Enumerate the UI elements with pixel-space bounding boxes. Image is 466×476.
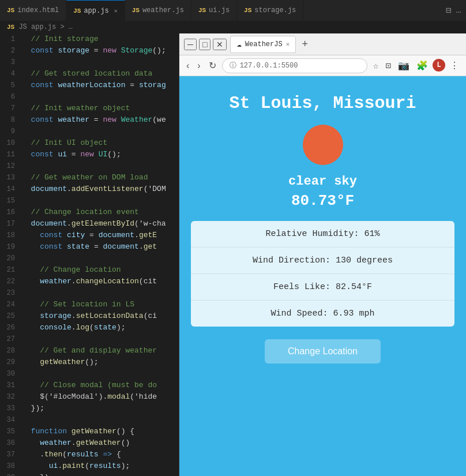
js-icon: JS [73, 8, 81, 14]
weather-sun-icon [303, 125, 343, 165]
avatar-letter: L [437, 61, 441, 69]
js-icon-breadcrumb: JS [7, 24, 14, 31]
cast-icon[interactable]: ⊡ [383, 59, 393, 73]
code-editor[interactable]: 1 // Init storage 2 const storage = new … [0, 33, 179, 476]
browser-window: ─ □ ✕ ☁ WeatherJS ✕ + ‹ › ↻ ⓘ 127.0.0.1:… [179, 33, 466, 476]
maximize-button[interactable]: □ [199, 39, 211, 50]
breadcrumb: JS JS app.js > … [0, 21, 466, 33]
code-line-15: 15 [0, 195, 179, 207]
screenshot-icon[interactable]: 📷 [396, 59, 412, 73]
code-line-28: 28 // Get and display weather [0, 345, 179, 357]
tab-ui-label: ui.js [209, 6, 230, 14]
lock-icon: ⓘ [230, 61, 236, 70]
browser-window-controls: ─ □ ✕ [184, 39, 227, 50]
code-line-18: 18 const city = document.getE [0, 230, 179, 241]
tab-bar: JS index.html JS app.js ✕ JS weather.js … [0, 0, 466, 21]
humidity-row: Relative Humidity: 61% [191, 221, 454, 248]
code-line-25: 25 storage.setLocationData(ci [0, 310, 179, 322]
tab-weather[interactable]: JS weather.js [125, 0, 191, 21]
tab-ui[interactable]: JS ui.js [191, 0, 237, 21]
js-icon: JS [244, 7, 251, 14]
code-line-14: 14 document.addEventListener('DOM [0, 183, 179, 195]
code-line-7: 7 // Init weather object [0, 103, 179, 114]
browser-tab-close-icon[interactable]: ✕ [286, 40, 290, 48]
tab-bar-end: ⊟ … [446, 5, 466, 16]
code-line-33: 33 }); [0, 403, 179, 414]
tab-app[interactable]: JS app.js ✕ [66, 0, 125, 21]
js-icon: JS [198, 7, 206, 14]
code-line-12: 12 [0, 160, 179, 172]
code-line-17: 17 document.getElementById('w-cha [0, 218, 179, 230]
code-line-23: 23 [0, 287, 179, 299]
new-tab-button[interactable]: + [299, 39, 310, 50]
code-line-21: 21 // Change location [0, 264, 179, 276]
code-line-22: 22 weather.changeLocation(cit [0, 276, 179, 287]
code-line-24: 24 // Set location in LS [0, 299, 179, 310]
weather-app: St Louis, Missouri clear sky 80.73°F Rel… [179, 76, 466, 476]
code-line-26: 26 console.log(state); [0, 322, 179, 333]
code-line-2: 2 const storage = new Storage(); [0, 45, 179, 57]
forward-button[interactable]: › [195, 59, 202, 72]
tab-storage[interactable]: JS storage.js [237, 0, 303, 21]
browser-tab[interactable]: ☁ WeatherJS ✕ [230, 36, 296, 53]
bookmark-icon[interactable]: ☆ [371, 59, 381, 73]
code-line-1: 1 // Init storage [0, 33, 179, 45]
tab-index-label: index.html [17, 6, 59, 14]
code-line-39: 39 }) [0, 472, 179, 476]
code-line-27: 27 [0, 333, 179, 345]
code-line-16: 16 // Change location event [0, 207, 179, 218]
code-line-19: 19 const state = document.get [0, 241, 179, 253]
browser-tab-area: ☁ WeatherJS ✕ + [230, 36, 461, 53]
browser-tab-title: WeatherJS [245, 40, 283, 48]
code-line-31: 31 // Close modal (must be do [0, 380, 179, 391]
feels-like-row: Feels Like: 82.54°F [191, 274, 454, 301]
wind-direction-row: Wind Direction: 130 degrees [191, 248, 454, 274]
code-line-34: 34 [0, 414, 179, 426]
code-line-11: 11 const ui = new UI(); [0, 149, 179, 160]
menu-icon[interactable]: ⋮ [448, 59, 461, 73]
change-location-button[interactable]: Change Location [265, 339, 381, 363]
weather-details-panel: Relative Humidity: 61% Wind Direction: 1… [191, 221, 454, 327]
code-line-13: 13 // Get weather on DOM load [0, 172, 179, 183]
code-line-8: 8 const weather = new Weather(we [0, 114, 179, 126]
avatar[interactable]: L [433, 59, 445, 72]
address-bar[interactable]: ⓘ 127.0.0.1:5500 [222, 58, 367, 73]
close-icon[interactable]: ✕ [114, 8, 118, 14]
breadcrumb-text: JS app.js > … [18, 23, 73, 31]
extensions-icon[interactable]: 🧩 [414, 59, 430, 73]
code-line-29: 29 getWeather(); [0, 357, 179, 368]
code-line-5: 5 const weatherLocation = storag [0, 80, 179, 91]
toolbar-icons: ☆ ⊡ 📷 🧩 L ⋮ [371, 59, 461, 73]
wind-speed-row: Wind Speed: 6.93 mph [191, 301, 454, 327]
weather-favicon: ☁ [236, 39, 241, 49]
tab-storage-label: storage.js [254, 6, 296, 14]
code-line-30: 30 [0, 368, 179, 380]
code-line-32: 32 $('#locModal').modal('hide [0, 391, 179, 403]
close-window-button[interactable]: ✕ [213, 39, 227, 50]
more-icon[interactable]: … [456, 5, 461, 16]
js-icon: JS [7, 7, 14, 14]
code-line-10: 10 // Init UI object [0, 137, 179, 149]
code-line-4: 4 // Get stored location data [0, 68, 179, 80]
reload-button[interactable]: ↻ [206, 59, 219, 72]
js-icon: JS [132, 7, 140, 14]
tab-weather-label: weather.js [142, 6, 184, 14]
tab-app-label: app.js [84, 7, 108, 15]
code-line-38: 38 ui.paint(results); [0, 460, 179, 472]
split-editor-icon[interactable]: ⊟ [446, 5, 452, 16]
minimize-button[interactable]: ─ [184, 39, 197, 50]
url-text: 127.0.0.1:5500 [240, 62, 298, 70]
weather-temperature: 80.73°F [291, 192, 354, 209]
back-button[interactable]: ‹ [184, 59, 191, 72]
code-line-6: 6 [0, 91, 179, 103]
code-line-3: 3 [0, 57, 179, 68]
code-line-37: 37 .then(results => { [0, 449, 179, 460]
browser-toolbar: ‹ › ↻ ⓘ 127.0.0.1:5500 ☆ ⊡ 📷 🧩 L ⋮ [179, 55, 466, 76]
code-line-20: 20 [0, 253, 179, 264]
weather-description: clear sky [288, 174, 357, 189]
city-name: St Louis, Missouri [229, 93, 416, 113]
tab-index[interactable]: JS index.html [0, 0, 66, 21]
code-line-36: 36 weather.getWeather() [0, 437, 179, 449]
code-line-9: 9 [0, 126, 179, 137]
browser-title-bar: ─ □ ✕ ☁ WeatherJS ✕ + [179, 33, 466, 55]
